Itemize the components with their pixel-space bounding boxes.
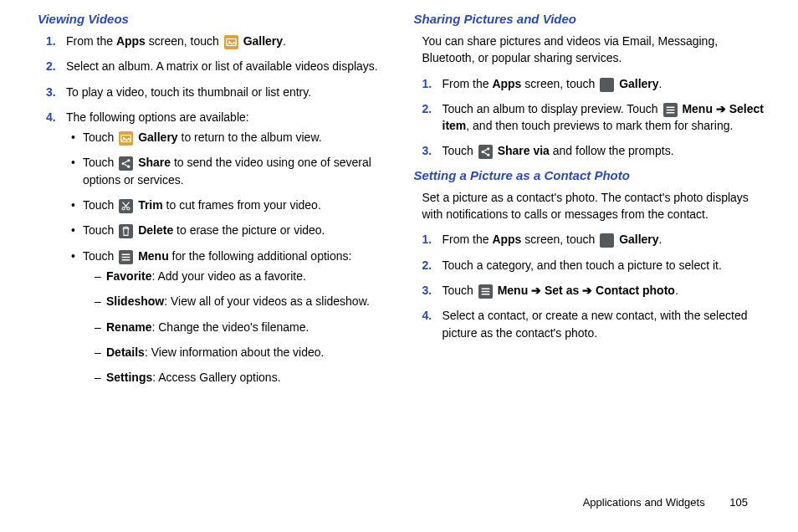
step-1: From the Apps screen, touch Gallery. (66, 33, 389, 49)
intro-contact-photo: Set a picture as a contact's photo. The … (422, 189, 765, 223)
steps-contact-photo: 1.From the Apps screen, touch Gallery. 2… (414, 231, 765, 340)
contact-step-4: Select a contact, or create a new contac… (442, 307, 765, 341)
dash-rename: Rename: Change the video's filename. (95, 319, 389, 335)
dash-favorite: Favorite: Add your video as a favorite. (95, 268, 389, 284)
delete-icon (119, 224, 133, 238)
box-icon (600, 78, 614, 92)
bullet-menu: Touch Menu for the following additional … (71, 248, 389, 386)
menu-icon (663, 103, 678, 117)
bullet-delete: Touch Delete to erase the picture or vid… (71, 222, 389, 238)
dash-settings: Settings: Access Gallery options. (95, 369, 389, 386)
bullet-trim: Touch Trim to cut frames from your video… (71, 197, 389, 213)
steps-sharing: 1.From the Apps screen, touch Gallery. 2… (414, 75, 765, 160)
step-4: The following options are available: Tou… (66, 109, 389, 395)
steps-viewing: 1.From the Apps screen, touch Gallery. 2… (38, 33, 389, 394)
trim-icon (119, 199, 133, 213)
share-step-2: Touch an album to display preview. Touch… (442, 100, 765, 135)
footer-section: Applications and Widgets (583, 496, 705, 509)
share-icon (119, 156, 133, 171)
share-icon (478, 145, 493, 159)
dash-slideshow: Slideshow: View all of your videos as a … (95, 293, 389, 309)
gallery-icon (119, 131, 133, 146)
bullet-share: Touch Share to send the video using one … (71, 154, 389, 188)
bullet-gallery: Touch Gallery to return to the album vie… (71, 129, 389, 146)
contact-step-3: Touch Menu ➔ Set as ➔ Contact photo. (442, 282, 765, 299)
box-icon (600, 233, 614, 248)
step-3: To play a video, touch its thumbnail or … (66, 84, 389, 100)
page-footer: Applications and Widgets 105 (583, 496, 748, 509)
footer-page-number: 105 (729, 496, 748, 509)
contact-step-2: Touch a category, and then touch a pictu… (442, 257, 765, 274)
dash-details: Details: View information about the vide… (95, 344, 389, 361)
step-2: Select an album. A matrix or list of ava… (66, 58, 389, 74)
heading-viewing-videos: Viewing Videos (38, 12, 389, 26)
share-step-1: From the Apps screen, touch Gallery. (442, 75, 765, 92)
heading-sharing: Sharing Pictures and Video (414, 12, 765, 26)
heading-contact-photo: Setting a Picture as a Contact Photo (414, 168, 765, 182)
contact-step-1: From the Apps screen, touch Gallery. (442, 231, 765, 248)
right-column: Sharing Pictures and Video You can share… (414, 8, 765, 402)
gallery-icon (224, 35, 238, 49)
menu-icon (478, 284, 493, 299)
share-step-3: Touch Share via and follow the prompts. (442, 142, 765, 159)
left-column: Viewing Videos 1.From the Apps screen, t… (38, 8, 389, 402)
intro-sharing: You can share pictures and videos via Em… (422, 33, 765, 67)
menu-icon (119, 250, 133, 264)
